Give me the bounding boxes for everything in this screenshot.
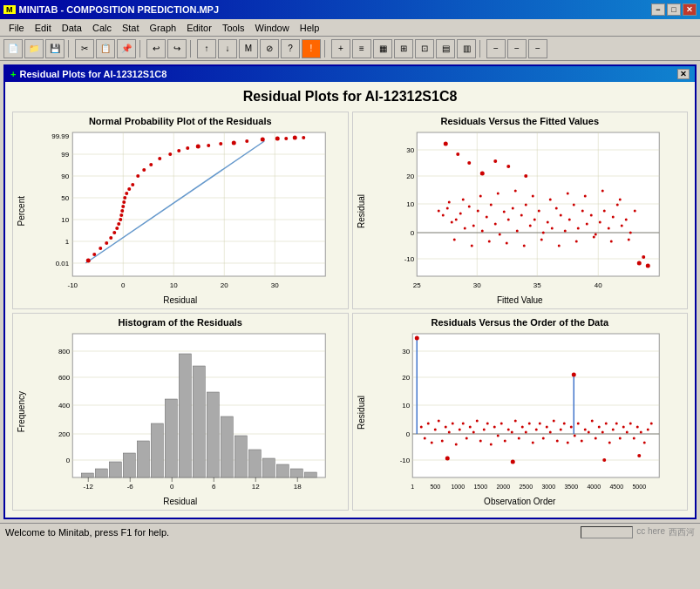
minimize-button[interactable]: − xyxy=(651,3,665,16)
svg-text:-10: -10 xyxy=(399,457,410,464)
svg-point-266 xyxy=(573,435,575,437)
svg-point-55 xyxy=(284,137,288,140)
svg-point-254 xyxy=(531,442,533,444)
toolbar-redo[interactable]: ↪ xyxy=(167,39,187,58)
svg-point-150 xyxy=(592,236,595,239)
svg-point-241 xyxy=(486,423,488,425)
menu-window[interactable]: Window xyxy=(250,21,295,35)
toolbar-help[interactable]: ? xyxy=(281,39,300,58)
toolbar-b12[interactable]: − xyxy=(507,39,527,58)
svg-text:-6: -6 xyxy=(127,483,134,491)
menu-edit[interactable]: Edit xyxy=(30,21,57,35)
svg-point-263 xyxy=(562,423,565,425)
toolbar-b11[interactable]: − xyxy=(486,39,506,58)
toolbar-b1[interactable]: M xyxy=(239,39,258,58)
svg-point-43 xyxy=(149,163,153,166)
menu-calc[interactable]: Calc xyxy=(87,21,117,35)
maximize-button[interactable]: □ xyxy=(667,3,681,16)
menu-file[interactable]: File xyxy=(3,21,30,35)
sub-window-close[interactable]: ✕ xyxy=(677,69,690,79)
svg-text:1000: 1000 xyxy=(451,484,465,490)
menu-graph[interactable]: Graph xyxy=(145,21,182,35)
svg-point-227 xyxy=(437,420,439,423)
svg-point-101 xyxy=(511,207,513,210)
svg-point-113 xyxy=(563,230,566,233)
svg-point-47 xyxy=(186,146,189,150)
toolbar-down[interactable]: ↓ xyxy=(218,39,237,58)
svg-rect-187 xyxy=(290,469,302,477)
toolbar-up[interactable]: ↑ xyxy=(197,39,216,58)
svg-point-138 xyxy=(487,240,490,243)
close-button[interactable]: ✕ xyxy=(683,3,697,16)
status-xixi: 西西河 xyxy=(669,526,695,538)
svg-point-251 xyxy=(520,426,523,429)
toolbar-b10[interactable]: ▥ xyxy=(457,39,476,58)
plot-histogram-title: Histogram of the Residuals xyxy=(17,317,344,328)
menu-tools[interactable]: Tools xyxy=(217,21,250,35)
svg-point-112 xyxy=(559,214,561,217)
svg-point-135 xyxy=(461,199,464,201)
svg-text:-10: -10 xyxy=(404,255,414,263)
svg-point-222 xyxy=(419,426,422,429)
menu-bar: File Edit Data Calc Stat Graph Editor To… xyxy=(0,19,700,37)
svg-point-226 xyxy=(433,429,436,431)
menu-editor[interactable]: Editor xyxy=(181,21,217,35)
svg-point-139 xyxy=(496,193,499,195)
toolbar-b7[interactable]: ⊞ xyxy=(394,39,413,58)
svg-point-259 xyxy=(548,431,551,434)
svg-point-283 xyxy=(632,437,635,440)
svg-rect-186 xyxy=(276,464,289,477)
plot-histogram: Histogram of the Residuals Frequency xyxy=(12,313,349,511)
sub-window-title-label: Residual Plots for AI-12312S1C8 xyxy=(19,69,167,79)
toolbar-b13[interactable]: − xyxy=(528,39,547,58)
svg-point-94 xyxy=(480,230,483,233)
x-axis-label-order: Observation Order xyxy=(357,497,684,506)
status-message: Welcome to Minitab, press F1 for help. xyxy=(5,527,169,538)
toolbar-b9[interactable]: ▤ xyxy=(436,39,455,58)
toolbar-new[interactable]: 📄 xyxy=(3,39,23,58)
toolbar-b6[interactable]: ▦ xyxy=(373,39,392,58)
svg-point-145 xyxy=(548,199,551,201)
toolbar-b8[interactable]: ⊡ xyxy=(415,39,434,58)
status-right: cc here 西西河 xyxy=(581,526,695,538)
svg-point-237 xyxy=(472,431,474,434)
window-title-label: MINITAB - COMPOSITION PREDICTION.MPJ xyxy=(19,4,220,15)
toolbar-save[interactable]: 💾 xyxy=(45,39,65,58)
y-axis-label-fitted: Residual xyxy=(357,194,366,228)
toolbar-cut[interactable]: ✂ xyxy=(75,39,94,58)
toolbar-copy[interactable]: 📋 xyxy=(96,39,115,58)
toolbar-undo[interactable]: ↩ xyxy=(146,39,166,58)
window-title-bar: M MINITAB - COMPOSITION PREDICTION.MPJ −… xyxy=(0,0,700,19)
toolbar-b3[interactable]: ! xyxy=(302,39,321,58)
svg-point-84 xyxy=(437,210,439,213)
svg-point-261 xyxy=(555,440,558,443)
toolbar-open[interactable]: 📁 xyxy=(24,39,44,58)
svg-rect-178 xyxy=(165,399,177,477)
menu-help[interactable]: Help xyxy=(295,21,325,35)
svg-point-271 xyxy=(590,420,593,423)
toolbar-paste[interactable]: 📌 xyxy=(117,39,136,58)
svg-point-275 xyxy=(604,423,607,425)
menu-data[interactable]: Data xyxy=(57,21,87,35)
toolbar-b4[interactable]: + xyxy=(331,39,350,58)
svg-point-120 xyxy=(594,234,596,236)
status-cc-here: cc here xyxy=(636,526,665,538)
svg-point-250 xyxy=(517,437,520,440)
svg-point-89 xyxy=(459,213,461,215)
menu-stat[interactable]: Stat xyxy=(117,21,145,35)
svg-point-37 xyxy=(123,196,126,200)
plot-order-title: Residuals Versus the Order of the Data xyxy=(357,317,684,328)
svg-point-46 xyxy=(177,149,180,152)
toolbar-b2[interactable]: ⊘ xyxy=(260,39,279,58)
svg-point-39 xyxy=(127,187,131,191)
svg-point-142 xyxy=(522,245,525,247)
window-controls: − □ ✕ xyxy=(651,3,697,16)
svg-rect-182 xyxy=(221,416,233,477)
svg-text:2000: 2000 xyxy=(496,484,510,490)
toolbar-sep4 xyxy=(324,40,328,58)
svg-point-29 xyxy=(112,231,116,234)
svg-rect-174 xyxy=(109,462,121,477)
svg-point-128 xyxy=(629,232,631,234)
toolbar-b5[interactable]: ≡ xyxy=(352,39,371,58)
svg-point-45 xyxy=(168,152,172,156)
